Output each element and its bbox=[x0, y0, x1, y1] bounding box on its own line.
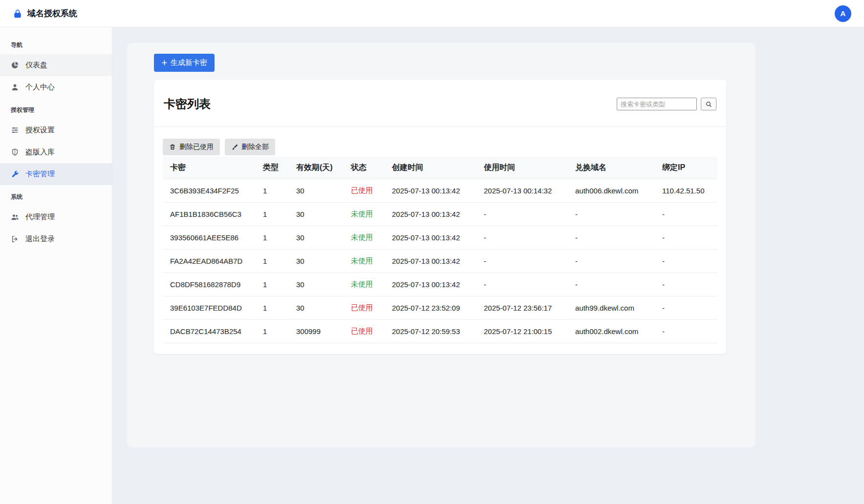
cell-type: 1 bbox=[256, 273, 289, 296]
sidebar-item-label: 授权设置 bbox=[25, 126, 55, 135]
search-input[interactable] bbox=[617, 98, 697, 110]
cell-bound-ip: - bbox=[655, 296, 717, 320]
table-row: FA2A42EAD864AB7D130未使用2025-07-13 00:13:4… bbox=[163, 250, 717, 273]
sidebar-item-profile[interactable]: 个人中心 bbox=[0, 76, 112, 98]
cell-status: 已使用 bbox=[344, 179, 385, 203]
cell-status: 未使用 bbox=[344, 226, 385, 250]
card-body: 删除已使用 删除全部 卡密类型有效期(天)状态创 bbox=[154, 127, 726, 354]
sidebar-item-piracy-store[interactable]: 盗版入库 bbox=[0, 141, 112, 163]
sidebar-item-label: 个人中心 bbox=[25, 83, 55, 92]
cell-used-time: - bbox=[476, 226, 568, 250]
cell-validity: 300999 bbox=[289, 320, 344, 343]
delete-used-button[interactable]: 删除已使用 bbox=[163, 139, 220, 155]
plus-icon bbox=[161, 60, 168, 66]
table-row: CD8DF581682878D9130未使用2025-07-13 00:13:4… bbox=[163, 273, 717, 296]
cell-used-time: 2025-07-12 23:56:17 bbox=[476, 296, 568, 320]
column-header: 卡密 bbox=[163, 157, 256, 179]
cell-created-time: 2025-07-13 00:13:42 bbox=[385, 273, 476, 296]
table-row: 39E6103E7FEDD84D130已使用2025-07-12 23:52:0… bbox=[163, 296, 717, 320]
sliders-icon bbox=[11, 126, 19, 134]
cell-redeem-domain: - bbox=[568, 226, 655, 250]
cell-type: 1 bbox=[256, 226, 289, 250]
user-icon bbox=[11, 83, 19, 91]
cell-status: 未使用 bbox=[344, 250, 385, 273]
column-header: 有效期(天) bbox=[289, 157, 344, 179]
content-panel: 生成新卡密 卡密列表 bbox=[127, 43, 756, 447]
cell-redeem-domain: - bbox=[568, 203, 655, 226]
table-row: 3C6B393E434F2F25130已使用2025-07-13 00:13:4… bbox=[163, 179, 717, 203]
search-area bbox=[617, 98, 716, 110]
cell-type: 1 bbox=[256, 320, 289, 343]
cell-type: 1 bbox=[256, 203, 289, 226]
cell-used-time: - bbox=[476, 273, 568, 296]
sidebar-item-label: 仪表盘 bbox=[25, 61, 47, 70]
page-title: 卡密列表 bbox=[164, 96, 211, 112]
delete-used-label: 删除已使用 bbox=[179, 143, 214, 151]
sidebar-item-auth-settings[interactable]: 授权设置 bbox=[0, 119, 112, 141]
logout-icon bbox=[11, 235, 19, 243]
cell-bound-ip: - bbox=[655, 273, 717, 296]
cell-status: 未使用 bbox=[344, 273, 385, 296]
cell-redeem-domain: - bbox=[568, 273, 655, 296]
sidebar-item-dashboard[interactable]: 仪表盘 bbox=[0, 54, 112, 76]
sidebar-item-logout[interactable]: 退出登录 bbox=[0, 228, 112, 250]
card-key-list-card: 卡密列表 删除已使用 bbox=[154, 80, 726, 354]
cell-key: 393560661AEE5E86 bbox=[163, 226, 256, 250]
table-row: DACB72C14473B2541300999已使用2025-07-12 20:… bbox=[163, 320, 717, 343]
delete-all-button[interactable]: 删除全部 bbox=[225, 139, 275, 155]
shield-icon bbox=[11, 148, 19, 156]
cell-redeem-domain: auth99.dkewl.com bbox=[568, 296, 655, 320]
trash-icon bbox=[169, 144, 176, 150]
cell-used-time: 2025-07-13 00:14:32 bbox=[476, 179, 568, 203]
main-content: 生成新卡密 卡密列表 bbox=[112, 0, 864, 447]
avatar[interactable]: A bbox=[835, 5, 851, 22]
sidebar-item-agents[interactable]: 代理管理 bbox=[0, 206, 112, 228]
cell-validity: 30 bbox=[289, 296, 344, 320]
sidebar-section-label-system: 系统 bbox=[0, 185, 112, 206]
column-header: 状态 bbox=[344, 157, 385, 179]
column-header: 兑换域名 bbox=[568, 157, 655, 179]
cell-created-time: 2025-07-13 00:13:42 bbox=[385, 250, 476, 273]
sidebar: 导航 仪表盘 个人中心 授权管理 授权设置 盗版入库 卡密管理 系统 bbox=[0, 27, 112, 504]
cell-status: 已使用 bbox=[344, 296, 385, 320]
cell-bound-ip: - bbox=[655, 320, 717, 343]
cell-key: CD8DF581682878D9 bbox=[163, 273, 256, 296]
table-toolbar: 删除已使用 删除全部 bbox=[163, 139, 717, 155]
sidebar-item-label: 卡密管理 bbox=[25, 169, 55, 179]
cell-type: 1 bbox=[256, 296, 289, 320]
sidebar-item-card-keys[interactable]: 卡密管理 bbox=[0, 163, 112, 185]
delete-all-label: 删除全部 bbox=[241, 143, 269, 151]
column-header: 类型 bbox=[256, 157, 289, 179]
generate-key-button[interactable]: 生成新卡密 bbox=[154, 54, 215, 72]
search-button[interactable] bbox=[701, 98, 716, 110]
cell-used-time: 2025-07-12 21:00:15 bbox=[476, 320, 568, 343]
sidebar-section-label-auth: 授权管理 bbox=[0, 98, 112, 119]
generate-key-label: 生成新卡密 bbox=[171, 58, 207, 67]
column-header: 绑定IP bbox=[655, 157, 717, 179]
cell-validity: 30 bbox=[289, 203, 344, 226]
cell-validity: 30 bbox=[289, 226, 344, 250]
sidebar-item-label: 退出登录 bbox=[25, 234, 55, 244]
cell-created-time: 2025-07-13 00:13:42 bbox=[385, 179, 476, 203]
cell-type: 1 bbox=[256, 250, 289, 273]
cell-key: AF1B1B1836CB56C3 bbox=[163, 203, 256, 226]
cell-created-time: 2025-07-12 20:59:53 bbox=[385, 320, 476, 343]
column-header: 创建时间 bbox=[385, 157, 476, 179]
cell-created-time: 2025-07-12 23:52:09 bbox=[385, 296, 476, 320]
search-icon bbox=[705, 101, 713, 108]
cell-key: FA2A42EAD864AB7D bbox=[163, 250, 256, 273]
cell-used-time: - bbox=[476, 203, 568, 226]
cell-redeem-domain: auth006.dkewl.com bbox=[568, 179, 655, 203]
cell-redeem-domain: - bbox=[568, 250, 655, 273]
app-brand: 域名授权系统 bbox=[13, 8, 77, 19]
cell-validity: 30 bbox=[289, 179, 344, 203]
cell-status: 未使用 bbox=[344, 203, 385, 226]
card-header: 卡密列表 bbox=[154, 80, 726, 127]
cell-key: 3C6B393E434F2F25 bbox=[163, 179, 256, 203]
cell-used-time: - bbox=[476, 250, 568, 273]
cell-key: DACB72C14473B254 bbox=[163, 320, 256, 343]
dashboard-icon bbox=[11, 61, 19, 69]
cell-created-time: 2025-07-13 00:13:42 bbox=[385, 226, 476, 250]
cell-created-time: 2025-07-13 00:13:42 bbox=[385, 203, 476, 226]
sidebar-section-label-nav: 导航 bbox=[0, 33, 112, 54]
